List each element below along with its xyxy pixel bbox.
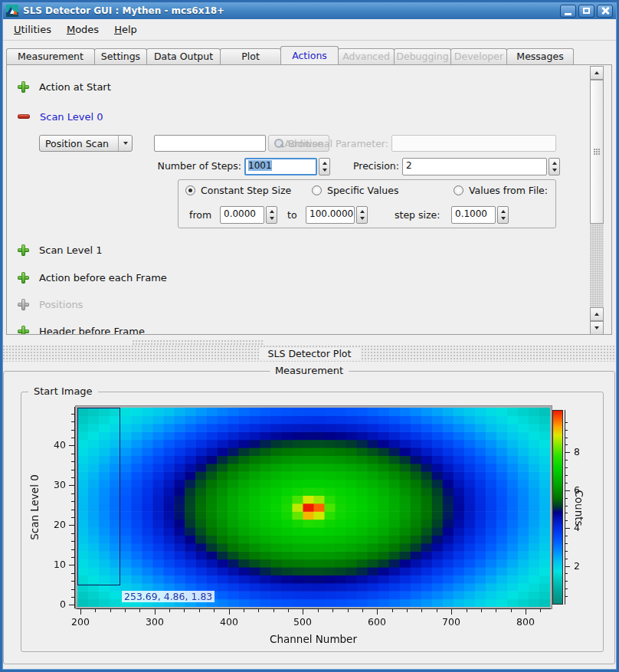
dock-titlebar[interactable]: SLS Detector Plot (3, 346, 616, 362)
y-tick-label: 40 (38, 439, 66, 451)
to-value[interactable]: 100.0000 (306, 206, 355, 224)
action-item-scan-level-1[interactable]: Scan Level 1 (18, 243, 102, 257)
heatmap-canvas[interactable] (76, 406, 552, 608)
tab-data-output[interactable]: Data Output (146, 48, 221, 64)
spin-down-icon[interactable] (270, 217, 274, 220)
to-spinbox[interactable]: 100.0000 (306, 206, 368, 224)
menu-help[interactable]: Help (107, 21, 144, 38)
menu-modes[interactable]: Modes (60, 21, 106, 38)
tab-debugging: Debugging (394, 48, 451, 64)
maximize-button[interactable] (578, 5, 594, 18)
action-item-scan-level-0[interactable]: Scan Level 0 (18, 110, 103, 123)
y-major-tick (69, 445, 74, 446)
step-size-spinbox[interactable]: 0.1000 (451, 206, 509, 224)
tab-messages[interactable]: Messages (506, 48, 574, 64)
app-icon (6, 5, 18, 17)
spin-up-icon[interactable] (552, 162, 557, 165)
menubar: Utilities Modes Help (2, 19, 617, 41)
y-minor-tick (71, 581, 74, 582)
arrow-up-icon (594, 71, 599, 74)
action-item-label: Scan Level 0 (40, 111, 103, 123)
colorbar-minor-tick (565, 444, 568, 445)
y-major-tick (69, 605, 74, 605)
y-major-tick (69, 565, 74, 565)
spin-down-icon[interactable] (552, 169, 557, 172)
titlebar[interactable]: SLS Detector GUI : Mythen - mcs6x18+ (2, 2, 617, 19)
y-major-tick (69, 485, 74, 486)
colorbar-minor-tick (565, 498, 568, 499)
y-minor-tick (71, 557, 74, 558)
tab-measurement[interactable]: Measurement (6, 48, 95, 64)
from-spinbox[interactable]: 0.0000 (220, 206, 277, 224)
action-item-action-at-start[interactable]: Action at Start (18, 80, 111, 93)
scan-script-file-input[interactable] (154, 135, 266, 152)
y-minor-tick (71, 430, 74, 431)
x-minor-tick (244, 609, 244, 612)
tab-settings[interactable]: Settings (94, 48, 147, 64)
action-item-action-before-each-frame[interactable]: Action before each Frame (18, 270, 167, 284)
precision-value[interactable]: 2 (402, 158, 547, 175)
colorbar-minor-tick (565, 588, 568, 589)
y-minor-tick (71, 461, 74, 462)
x-minor-tick (169, 609, 170, 612)
colorbar-major-tick (565, 490, 570, 491)
spin-down-icon[interactable] (501, 217, 506, 220)
scroll-up-button-2[interactable] (590, 307, 604, 321)
x-minor-tick (421, 609, 422, 612)
spin-buttons[interactable] (549, 158, 560, 175)
tab-plot[interactable]: Plot (220, 48, 281, 64)
spin-buttons[interactable] (497, 206, 509, 224)
action-item-label: Positions (39, 299, 83, 310)
from-value[interactable]: 0.0000 (220, 206, 264, 224)
x-minor-tick (511, 609, 512, 612)
radio-specific-values[interactable]: Specific Values (312, 185, 398, 196)
spin-up-icon[interactable] (270, 210, 274, 213)
x-tick-label: 300 (136, 616, 173, 628)
precision-spinbox[interactable]: 2 (402, 158, 560, 175)
close-button[interactable] (597, 5, 613, 18)
colorbar-major-tick (565, 528, 570, 529)
minimize-button[interactable] (560, 5, 576, 18)
action-item-header-before-frame[interactable]: Header before Frame (18, 324, 145, 335)
radio-label: Values from File: (469, 185, 548, 196)
action-item-label: Header before Frame (39, 326, 145, 336)
spin-up-icon[interactable] (501, 210, 506, 213)
x-minor-tick (125, 609, 126, 612)
scroll-down-button[interactable] (590, 321, 604, 335)
x-tick-label: 200 (62, 616, 99, 628)
radio-constant-step-size[interactable]: Constant Step Size (185, 185, 291, 196)
y-tick-label: 30 (38, 479, 66, 490)
vertical-scrollbar[interactable] (590, 66, 604, 335)
x-tick-label: 500 (284, 616, 321, 628)
x-minor-tick (540, 609, 541, 612)
number-of-steps-label: Number of Steps: (91, 160, 241, 172)
colorbar-title: Counts (573, 451, 585, 565)
menu-utilities[interactable]: Utilities (7, 21, 58, 38)
spin-down-icon[interactable] (360, 217, 365, 220)
y-minor-tick (71, 597, 74, 598)
y-minor-tick (71, 510, 74, 510)
splitter-handle[interactable] (133, 340, 264, 345)
colorbar-minor-tick (565, 467, 568, 468)
scroll-up-button[interactable] (590, 66, 604, 80)
arrow-down-icon (594, 326, 599, 329)
maximize-icon (583, 8, 590, 14)
x-minor-tick (214, 609, 215, 612)
spin-buttons[interactable] (356, 206, 368, 224)
scan-mode-select[interactable]: Position Scan (39, 135, 133, 152)
y-tick-label: 20 (38, 519, 66, 530)
scrollbar-thumb[interactable] (590, 80, 604, 224)
colorbar-major-tick (565, 566, 570, 567)
close-icon (601, 7, 609, 15)
spin-buttons[interactable] (266, 206, 277, 224)
step-size-value[interactable]: 0.1000 (451, 206, 496, 224)
actions-tab-panel: Action at Start Scan Level 0 Position Sc… (6, 64, 612, 335)
minus-icon (18, 114, 30, 119)
spin-up-icon[interactable] (360, 210, 365, 213)
radio-values-from-file[interactable]: Values from File: (454, 185, 548, 196)
colorbar-minor-tick (565, 422, 568, 423)
plus-icon (18, 299, 29, 310)
colorbar-minor-tick (565, 581, 568, 582)
tab-actions[interactable]: Actions (280, 46, 339, 64)
x-minor-tick (288, 609, 289, 612)
